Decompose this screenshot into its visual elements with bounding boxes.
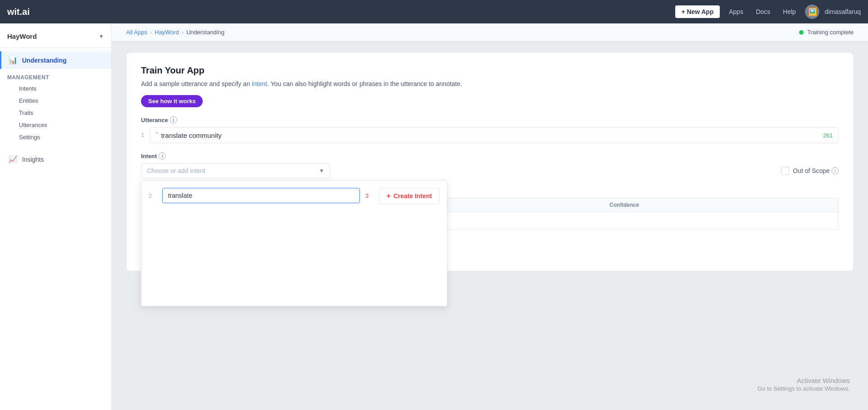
intent-search-input[interactable] — [162, 188, 360, 203]
intent-info-icon[interactable]: i — [159, 152, 166, 159]
out-of-scope-label: Out of Scope i — [793, 167, 839, 174]
card-description: Add a sample utterance and specify an in… — [141, 79, 839, 89]
popup-step-2: 2 — [149, 192, 157, 199]
sidebar-item-settings[interactable]: Settings — [0, 131, 111, 143]
sidebar-item-label: Understanding — [22, 57, 67, 64]
new-app-button[interactable]: + New App — [675, 5, 720, 18]
logo: wit.ai — [7, 7, 30, 17]
intent-dropdown[interactable]: Choose or add intent ▼ — [141, 163, 330, 178]
training-status-text: Training complete — [807, 29, 854, 36]
layout: HayWord ▼ 📊 Understanding Management Int… — [0, 23, 868, 410]
chevron-down-icon: ▼ — [99, 33, 104, 40]
plus-icon: + — [386, 192, 391, 200]
app-selector-name: HayWord — [7, 32, 37, 40]
intent-field-label: Intent i — [141, 152, 839, 159]
activate-windows-subtitle: Go to Settings to activate Windows. — [758, 385, 850, 392]
train-app-card: Train Your App Add a sample utterance an… — [126, 52, 854, 271]
sidebar-item-intents[interactable]: Intents — [0, 82, 111, 95]
breadcrumb-current: Understanding — [186, 29, 225, 36]
utterance-input-wrapper[interactable]: " translate community 261 — [150, 127, 839, 143]
sidebar: HayWord ▼ 📊 Understanding Management Int… — [0, 23, 112, 410]
create-intent-button[interactable]: + Create Intent — [379, 188, 440, 204]
apps-link[interactable]: Apps — [725, 8, 747, 15]
utterance-row-number: 1 — [141, 127, 150, 143]
card-title: Train Your App — [141, 65, 839, 76]
quote-icon: " — [156, 131, 159, 139]
oos-info-icon[interactable]: i — [832, 167, 839, 174]
confidence-col-header: Confidence — [609, 202, 831, 208]
breadcrumb-sep-1: › — [150, 29, 152, 36]
chevron-down-icon: ▼ — [319, 168, 324, 174]
avatar: 🖼️ — [805, 5, 819, 19]
intent-link[interactable]: intent — [252, 80, 267, 87]
intent-field-container: Choose or add intent ▼ 2 3 + Create Inte… — [141, 163, 330, 178]
intent-row: Choose or add intent ▼ 2 3 + Create Inte… — [141, 163, 839, 178]
utterance-count: 261 — [823, 132, 833, 139]
sidebar-item-traits[interactable]: Traits — [0, 107, 111, 119]
insights-icon: 📈 — [9, 155, 18, 164]
popup-step-3: 3 — [365, 192, 373, 199]
help-link[interactable]: Help — [779, 8, 800, 15]
training-status: Training complete — [799, 29, 854, 36]
intent-popup-inner: 2 3 + Create Intent — [141, 181, 447, 211]
sidebar-item-understanding[interactable]: 📊 Understanding — [0, 51, 111, 69]
out-of-scope-checkbox[interactable] — [781, 167, 789, 175]
sidebar-item-entities[interactable]: Entities — [0, 95, 111, 107]
breadcrumb-app-name[interactable]: HayWord — [155, 29, 179, 36]
understanding-icon: 📊 — [9, 56, 18, 64]
app-selector[interactable]: HayWord ▼ — [0, 29, 111, 48]
main-content: All Apps › HayWord › Understanding Train… — [112, 23, 868, 410]
create-intent-label: Create Intent — [393, 192, 432, 200]
username: dimasalfaruq — [825, 8, 861, 15]
breadcrumb-sep-2: › — [182, 29, 183, 36]
management-section-label: Management — [0, 69, 111, 82]
utterance-info-icon[interactable]: i — [170, 116, 177, 123]
breadcrumb-all-apps[interactable]: All Apps — [126, 29, 147, 36]
out-of-scope-wrapper: Out of Scope i — [781, 167, 839, 175]
utterance-text: translate community — [161, 132, 823, 139]
utterance-row: 1 " translate community 261 — [141, 127, 839, 143]
breadcrumb-bar: All Apps › HayWord › Understanding Train… — [112, 23, 868, 41]
intent-dropdown-popup: 2 3 + Create Intent — [141, 180, 447, 306]
see-how-button[interactable]: See how it works — [141, 95, 203, 107]
insights-label: Insights — [22, 156, 44, 163]
sidebar-item-utterances[interactable]: Utterances — [0, 119, 111, 131]
utterance-label: Utterance i — [141, 116, 839, 123]
activate-windows-notice: Activate Windows Go to Settings to activ… — [758, 377, 850, 392]
training-status-dot — [799, 30, 804, 35]
activate-windows-title: Activate Windows — [758, 377, 850, 384]
sidebar-item-insights[interactable]: 📈 Insights — [0, 150, 111, 168]
topnav: wit.ai + New App Apps Docs Help 🖼️ dimas… — [0, 0, 868, 23]
intent-dropdown-placeholder: Choose or add intent — [147, 167, 205, 174]
docs-link[interactable]: Docs — [752, 8, 774, 15]
